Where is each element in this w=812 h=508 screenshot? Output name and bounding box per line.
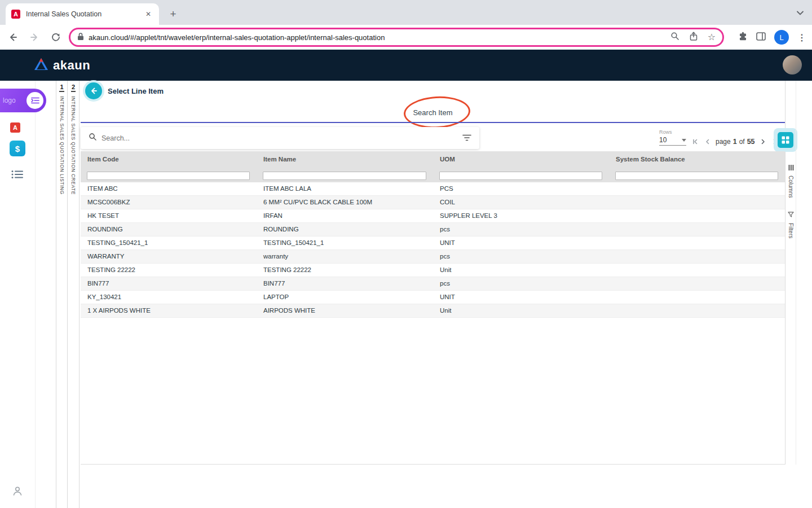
workspace: A $ logo 1 INTERNAL SALES QUOTATION LIST… [0,81,812,508]
cell-item-name: TESTING 22222 [257,264,433,277]
cell-item-name: AIRPODS WHITE [257,304,433,317]
browser-toolbar: akaun.cloud/#/applet/tnt/wavelet/erp/int… [0,25,812,50]
tab-close-icon[interactable]: ✕ [143,9,153,19]
table-side-rail: Columns Filters [786,81,796,465]
cell-uom: Unit [433,264,609,277]
tab-underline [81,122,785,123]
filter-input-stock[interactable] [615,172,778,180]
cell-item-code: TESTING_150421_1 [81,237,257,249]
angular-favicon-icon: A [11,10,20,19]
extensions-puzzle-icon[interactable] [738,32,748,43]
cell-item-name: LAPTOP [257,291,433,304]
browser-menu-kebab-icon[interactable]: ⋮ [797,32,806,43]
annotation-red-ellipse [403,95,471,130]
vertical-tab-listing[interactable]: 1 INTERNAL SALES QUOTATION LISTING [56,81,68,508]
column-header-item-name[interactable]: Item Name [257,151,433,167]
page-total: 55 [747,138,755,146]
search-input[interactable] [102,134,462,142]
cell-uom: pcs [433,277,609,290]
cell-uom: pcs [433,223,609,236]
filters-control[interactable]: Filters [788,210,794,238]
filter-input-item-code[interactable] [87,172,250,180]
cell-uom: pcs [433,250,609,263]
table-row[interactable]: 1 X AIRPODS WHITE AIRPODS WHITE Unit [81,304,785,318]
page-title: Select Line Item [108,87,164,95]
lock-icon [77,32,84,43]
share-icon[interactable] [689,31,698,43]
cell-stock [609,304,785,317]
table-filter-row [81,167,785,182]
cell-stock [609,277,785,290]
menu-toggle-button[interactable] [27,92,43,109]
url-text[interactable]: akaun.cloud/#/applet/tnt/wavelet/erp/int… [89,33,665,42]
table-row[interactable]: TESTING 22222 TESTING 22222 Unit [81,264,785,277]
cell-item-code: KY_130421 [81,291,257,304]
cell-item-name: warranty [257,250,433,263]
reload-icon[interactable] [47,29,64,46]
select-line-item-panel: Select Line Item Search Item Rows 10 [81,81,785,465]
chevron-down-icon [682,139,686,142]
red-applet-icon[interactable]: A [10,122,20,133]
vertical-tab-label: INTERNAL SALES QUOTATION LISTING [59,96,65,195]
columns-control[interactable]: Columns [788,163,794,198]
column-header-stock[interactable]: System Stock Balance [609,151,785,167]
side-panel-icon[interactable] [756,32,766,43]
table-row[interactable]: WARRANTY warranty pcs [81,250,785,264]
browser-profile-avatar[interactable]: L [774,30,789,45]
cell-stock [609,237,785,249]
cell-item-code: ITEM ABC [81,182,257,195]
table-row[interactable]: ITEM ABC ITEM ABC LALA PCS [81,182,785,196]
of-word: of [739,138,745,146]
vertical-tab-number: 2 [71,84,76,92]
first-page-icon[interactable] [691,137,700,146]
table-row[interactable]: ROUNDING ROUNDING pcs [81,223,785,237]
table-row[interactable]: MCSC006BKZ 6 MM² CU/PVC BLACK CABLE 100M… [81,196,785,209]
bookmark-star-icon[interactable]: ☆ [708,33,716,42]
prev-page-icon[interactable] [703,137,712,146]
sidebar-logo-pill[interactable]: logo [0,89,46,112]
back-button[interactable] [85,82,102,99]
rows-label: Rows [659,129,686,135]
vertical-tab-label: INTERNAL SALES QUOTATION CREATE [70,96,76,195]
table-row[interactable]: HK TESET IRFAN SUPPLER LEVEL 3 [81,209,785,223]
cell-item-code: 1 X AIRPODS WHITE [81,304,257,317]
search-bar [81,127,479,149]
table-row[interactable]: BIN777 BIN777 pcs [81,277,785,291]
back-icon[interactable] [5,29,21,46]
cell-item-code: ROUNDING [81,223,257,236]
forward-icon[interactable] [26,29,43,46]
new-tab-button[interactable]: + [166,7,180,21]
cell-item-code: HK TESET [81,209,257,222]
browser-tab[interactable]: A Internal Sales Quotation ✕ [6,3,159,25]
url-bar-with-annotation-highlight[interactable]: akaun.cloud/#/applet/tnt/wavelet/erp/int… [69,28,724,47]
browser-tab-bar: A Internal Sales Quotation ✕ + [0,0,812,25]
rows-value: 10 [659,136,667,144]
zoom-icon[interactable] [670,32,679,43]
cell-stock [609,291,785,304]
cell-stock [609,264,785,277]
search-icon [89,133,97,143]
filter-input-item-name[interactable] [263,172,426,180]
cell-item-name: TESTING_150421_1 [257,237,433,249]
page-word: page [716,138,731,146]
column-header-item-code[interactable]: Item Code [81,151,257,167]
cell-item-name: 6 MM² CU/PVC BLACK CABLE 100M [257,196,433,209]
vertical-tab-create[interactable]: 2 INTERNAL SALES QUOTATION CREATE [68,81,80,508]
sales-applet-icon[interactable]: $ [10,141,25,156]
profile-icon[interactable] [12,485,23,499]
filter-list-icon[interactable] [462,133,471,143]
akaun-brand[interactable]: akaun [34,58,90,73]
column-header-uom[interactable]: UOM [433,151,609,167]
cell-stock [609,196,785,209]
tab-search-chevron-icon[interactable] [796,8,804,18]
akaun-logo-icon [34,58,48,73]
next-page-icon[interactable] [758,137,767,146]
user-avatar[interactable] [783,55,802,75]
rows-per-page-select[interactable]: Rows 10 [659,129,686,146]
filter-input-uom[interactable] [439,172,602,180]
page-current: 1 [733,138,737,146]
table-row[interactable]: TESTING_150421_1 TESTING_150421_1 UNIT [81,237,785,250]
list-menu-icon[interactable] [11,170,24,181]
cell-uom: COIL [433,196,609,209]
table-row[interactable]: KY_130421 LAPTOP UNIT [81,291,785,304]
